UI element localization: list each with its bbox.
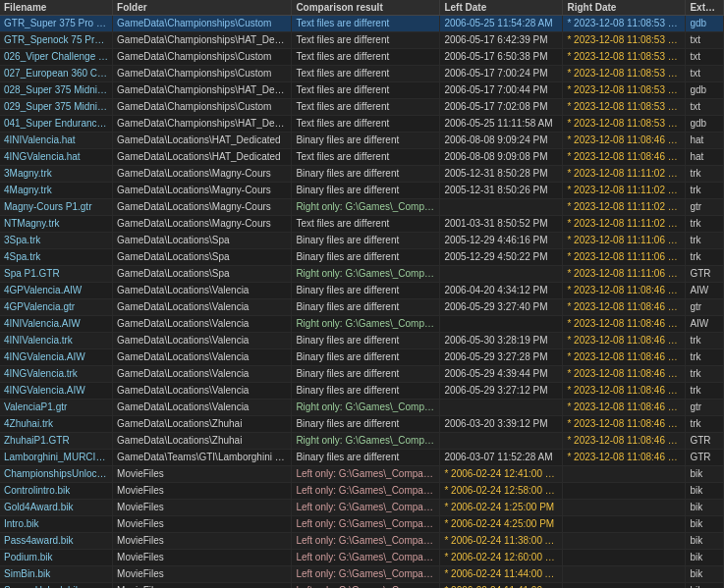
table-row[interactable]: Magny-Cours P1.gtr GameData\Locations\Ma… xyxy=(0,199,724,216)
table-row[interactable]: 3Magny.trk GameData\Locations\Magny-Cour… xyxy=(0,166,724,183)
table-row[interactable]: GTR_Spenock 75 Pro Cup.txt GameData\Cham… xyxy=(0,32,724,49)
cell-comparison: Right only: G:\Games\_Compare_\GTR2-Stea… xyxy=(292,433,440,450)
cell-filename: Pass4award.bik xyxy=(0,533,113,550)
table-row[interactable]: 027_European 360 Champions Cup.txt GameD… xyxy=(0,66,724,82)
cell-comparison: Text files are different xyxy=(292,32,440,49)
cell-folder: GameData\Locations\Magny-Cours xyxy=(113,166,292,183)
table-row[interactable]: GTR_Super 375 Pro Cup.gdb GameData\Champ… xyxy=(0,16,724,32)
table-row[interactable]: ValenciaP1.gtr GameData\Locations\Valenc… xyxy=(0,400,724,416)
table-row[interactable]: 026_Viper Challenge Masters Cup.txt Game… xyxy=(0,49,724,66)
cell-filename: GTR_Spenock 75 Pro Cup.txt xyxy=(0,32,113,49)
cell-leftdate: * 2006-02-24 12:60:00 PM xyxy=(440,550,563,566)
cell-comparison: Binary files are different xyxy=(292,183,440,199)
table-row[interactable]: Podium.bik MovieFiles Left only: G:\Game… xyxy=(0,550,724,566)
cell-ext: gdb xyxy=(686,116,724,133)
cell-rightdate: * 2023-12-08 11:11:02 PM xyxy=(563,183,686,199)
table-row[interactable]: Spa P1.GTR GameData\Locations\Spa Right … xyxy=(0,266,724,283)
table-row[interactable]: Gold4Award.bik MovieFiles Left only: G:\… xyxy=(0,500,724,516)
file-comparison-table-container[interactable]: Filename Folder Comparison result Left D… xyxy=(0,0,724,588)
cell-rightdate: * 2023-12-08 11:11:06 PM xyxy=(563,266,686,283)
cell-ext: trk xyxy=(686,366,724,383)
table-row[interactable]: 4INGValencia.hat GameData\Locations\HAT_… xyxy=(0,149,724,166)
cell-rightdate xyxy=(563,483,686,500)
table-row[interactable]: 4Magny.trk GameData\Locations\Magny-Cour… xyxy=(0,183,724,199)
col-header-folder[interactable]: Folder xyxy=(113,0,292,16)
cell-filename: 3Spa.trk xyxy=(0,233,113,249)
cell-filename: Magny-Cours P1.gtr xyxy=(0,199,113,216)
cell-comparison: Binary files are different xyxy=(292,333,440,349)
cell-comparison: Left only: G:\Games\_Compare_\GTR2-DVD-E… xyxy=(292,566,440,583)
cell-rightdate: * 2023-12-08 11:08:53 PM xyxy=(563,66,686,82)
table-row[interactable]: SimBin.bik MovieFiles Left only: G:\Game… xyxy=(0,566,724,583)
cell-comparison: Text files are different xyxy=(292,116,440,133)
table-row[interactable]: 041_Super Endurance Drivers Champ.gdb Ga… xyxy=(0,116,724,133)
cell-ext: bik xyxy=(686,516,724,533)
cell-filename: Gold4Award.bik xyxy=(0,500,113,516)
table-row[interactable]: 4GPValencia.AIW GameData\Locations\Valen… xyxy=(0,283,724,299)
cell-ext: gtr xyxy=(686,299,724,316)
cell-folder: MovieFiles xyxy=(113,566,292,583)
cell-ext: txt xyxy=(686,99,724,116)
cell-folder: GameData\Championships\Custom xyxy=(113,66,292,82)
cell-folder: GameData\Championships\Custom xyxy=(113,16,292,32)
table-row[interactable]: Lamborghini_MURCIELAGO_OBJ.GTR GameData\… xyxy=(0,450,724,466)
cell-leftdate: 2005-12-31 8:50:26 PM xyxy=(440,183,563,199)
cell-folder: MovieFiles xyxy=(113,516,292,533)
cell-leftdate: 2006-05-29 4:39:44 PM xyxy=(440,366,563,383)
cell-rightdate xyxy=(563,533,686,550)
cell-rightdate: * 2023-12-08 11:11:06 PM xyxy=(563,249,686,266)
table-row[interactable]: 4INIValencia.AIW GameData\Locations\Vale… xyxy=(0,316,724,333)
cell-comparison: Left only: G:\Games\_Compare_\GTR2-DVD-E… xyxy=(292,550,440,566)
table-row[interactable]: ScreenUnlock.bik MovieFiles Left only: G… xyxy=(0,583,724,589)
table-row[interactable]: 4INGValencia.trk GameData\Locations\Vale… xyxy=(0,366,724,383)
cell-folder: GameData\Championships\Custom xyxy=(113,49,292,66)
col-header-filename[interactable]: Filename xyxy=(0,0,113,16)
cell-leftdate: 2006-04-20 4:34:12 PM xyxy=(440,283,563,299)
cell-leftdate: 2006-03-20 3:39:12 PM xyxy=(440,416,563,433)
table-row[interactable]: ChampionshipsUnlock.bik MovieFiles Left … xyxy=(0,466,724,483)
cell-folder: GameData\Locations\HAT_Dedicated xyxy=(113,149,292,166)
cell-folder: GameData\Locations\Magny-Cours xyxy=(113,183,292,199)
table-row[interactable]: 4INGValencia.AIW GameData\Locations\Vale… xyxy=(0,349,724,366)
table-row[interactable]: 4INGValencia.AIW GameData\Locations\Vale… xyxy=(0,383,724,400)
table-row[interactable]: NTMagny.trk GameData\Locations\Magny-Cou… xyxy=(0,216,724,233)
cell-rightdate: * 2023-12-08 11:08:53 PM xyxy=(563,49,686,66)
col-header-comparison[interactable]: Comparison result xyxy=(292,0,440,16)
table-row[interactable]: 4Zhuhai.trk GameData\Locations\Zhuhai Bi… xyxy=(0,416,724,433)
cell-rightdate: * 2023-12-08 11:08:46 PM xyxy=(563,383,686,400)
table-row[interactable]: 4GPValencia.gtr GameData\Locations\Valen… xyxy=(0,299,724,316)
table-row[interactable]: Pass4award.bik MovieFiles Left only: G:\… xyxy=(0,533,724,550)
cell-filename: 4INGValencia.AIW xyxy=(0,349,113,366)
col-header-ext[interactable]: Extension xyxy=(686,0,724,16)
table-row[interactable]: Intro.bik MovieFiles Left only: G:\Games… xyxy=(0,516,724,533)
cell-leftdate xyxy=(440,400,563,416)
cell-filename: SimBin.bik xyxy=(0,566,113,583)
table-row[interactable]: ZhuhaiP1.GTR GameData\Locations\Zhuhai R… xyxy=(0,433,724,450)
cell-filename: 3Magny.trk xyxy=(0,166,113,183)
table-row[interactable]: Controlintro.bik MovieFiles Left only: G… xyxy=(0,483,724,500)
table-row[interactable]: 029_Super 375 Midnight Oil.txt GameData\… xyxy=(0,99,724,116)
cell-leftdate: 2006-05-17 6:50:38 PM xyxy=(440,49,563,66)
cell-filename: 4GPValencia.AIW xyxy=(0,283,113,299)
cell-filename: 4Spa.trk xyxy=(0,249,113,266)
cell-comparison: Binary files are different xyxy=(292,366,440,383)
cell-folder: MovieFiles xyxy=(113,483,292,500)
cell-filename: 4Magny.trk xyxy=(0,183,113,199)
col-header-leftdate[interactable]: Left Date xyxy=(440,0,563,16)
table-row[interactable]: 4Spa.trk GameData\Locations\Spa Binary f… xyxy=(0,249,724,266)
cell-ext: txt xyxy=(686,32,724,49)
cell-ext: trk xyxy=(686,333,724,349)
cell-comparison: Left only: G:\Games\_Compare_\GTR2-DVD-E… xyxy=(292,500,440,516)
cell-comparison: Right only: G:\Games\_Compare_\GTR2-Stea… xyxy=(292,266,440,283)
table-row[interactable]: 028_Super 375 Midnight Oil.gdb GameData\… xyxy=(0,82,724,99)
cell-comparison: Text files are different xyxy=(292,149,440,166)
cell-leftdate: 2006-08-08 9:09:24 PM xyxy=(440,133,563,149)
table-row[interactable]: 4INIValencia.hat GameData\Locations\HAT_… xyxy=(0,133,724,149)
cell-comparison: Right only: G:\Games\_Compare_\GTR2-Stea… xyxy=(292,400,440,416)
cell-leftdate: 2005-12-29 4:50:22 PM xyxy=(440,249,563,266)
table-row[interactable]: 3Spa.trk GameData\Locations\Spa Binary f… xyxy=(0,233,724,249)
cell-rightdate: * 2023-12-08 11:08:46 PM xyxy=(563,400,686,416)
table-row[interactable]: 4INIValencia.trk GameData\Locations\Vale… xyxy=(0,333,724,349)
col-header-rightdate[interactable]: Right Date xyxy=(563,0,686,16)
cell-filename: 4INGValencia.trk xyxy=(0,366,113,383)
